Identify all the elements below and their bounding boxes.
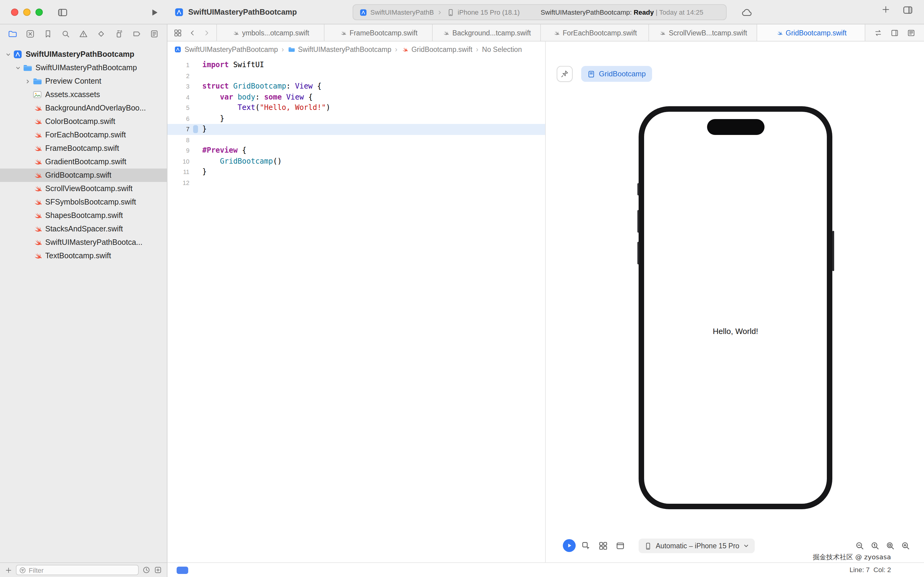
tree-item-gridbootcamp-swift[interactable]: GridBootcamp.swift [0,169,167,182]
tree-item-swiftuimasterypathbootca[interactable]: SwiftUIMasteryPathBootca... [0,236,167,249]
code-line-4[interactable]: 4 var body: some View { [168,92,545,103]
tree-item-backgroundandoverlayboo[interactable]: BackgroundAndOverlayBoo... [0,102,167,115]
editor-options-icon[interactable] [907,28,916,37]
tree-item-gradientbootcamp-swift[interactable]: GradientBootcamp.swift [0,155,167,169]
navigator-reports-button[interactable] [150,29,159,38]
close-window-button[interactable] [11,8,18,16]
line-number[interactable]: 2 [168,71,189,81]
line-number[interactable]: 4 [168,92,189,103]
navigator-debug-button[interactable] [114,29,123,38]
preview-variants-icon[interactable] [581,541,591,551]
zoom-out-icon[interactable] [855,541,865,551]
tree-item-preview-content[interactable]: Preview Content [0,74,167,88]
code-line-2[interactable]: 2 [168,71,545,81]
breadcrumb-item-swiftuimasterypathbootcamp[interactable]: SwiftUIMasteryPathBootcamp [288,46,391,53]
add-item-icon[interactable] [5,566,12,574]
navigator-project-navigator-button[interactable] [8,29,17,38]
tree-item-scrollviewbootcamp-swift[interactable]: ScrollViewBootcamp.swift [0,182,167,195]
tree-item-foreachbootcamp-swift[interactable]: ForEachBootcamp.swift [0,128,167,142]
tree-item-assets-xcassets[interactable]: Assets.xcassets [0,88,167,102]
recents-clock-icon[interactable] [142,566,150,574]
filter-input[interactable] [29,566,136,574]
device-settings-icon[interactable] [615,541,625,551]
zoom-fit-icon[interactable] [885,541,895,551]
line-number[interactable]: 3 [168,81,189,92]
back-icon[interactable] [189,29,196,36]
code-review-icon[interactable] [874,28,882,37]
navigator-issues-button[interactable] [79,29,88,38]
run-button[interactable] [147,5,162,19]
disclosure-down-icon[interactable] [4,50,12,59]
tab-foreachbootcamp-swift[interactable]: ForEachBootcamp.swift [541,24,649,41]
tree-item-colorbootcamp-swift[interactable]: ColorBootcamp.swift [0,115,167,128]
zoom-actual-icon[interactable] [870,541,880,551]
swift-file-icon [32,197,42,207]
minimize-window-button[interactable] [23,8,31,16]
tab-gridbootcamp-swift[interactable]: GridBootcamp.swift [757,24,865,41]
line-number[interactable]: 10 [168,156,189,167]
editors-grid-icon[interactable] [174,28,182,37]
code-line-8[interactable]: 8 [168,135,545,145]
line-number[interactable]: 9 [168,145,189,156]
breadcrumb-item-no-selection[interactable]: No Selection [482,46,522,53]
line-number[interactable]: 1 [168,60,189,71]
navigator-breakpoints-button[interactable] [132,29,141,38]
zoom-in-icon[interactable] [901,541,911,551]
add-filter-icon[interactable] [154,566,162,574]
chevron-right-icon [437,10,443,15]
minimap-icon[interactable] [890,28,899,37]
breadcrumb-item-gridbootcamp-swift[interactable]: GridBootcamp.swift [401,46,472,53]
tree-item-framebootcamp-swift[interactable]: FrameBootcamp.swift [0,142,167,155]
tree-item-swiftuimasterypathbootcamp[interactable]: SwiftUIMasteryPathBootcamp [0,48,167,61]
code-line-10[interactable]: 10 GridBootcamp() [168,156,545,167]
tree-item-shapesbootcamp-swift[interactable]: ShapesBootcamp.swift [0,209,167,222]
line-number[interactable]: 8 [168,135,189,145]
navigator-tests-button[interactable] [97,29,106,38]
line-number[interactable]: 7 [168,124,189,135]
line-number[interactable]: 11 [168,167,189,177]
code-line-12[interactable]: 12 [168,177,545,188]
tree-item-swiftuimasterypathbootcamp[interactable]: SwiftUIMasteryPathBootcamp [0,61,167,74]
fullscreen-window-button[interactable] [36,8,43,16]
preview-tab[interactable]: GridBootcamp [581,66,652,82]
tab-ymbols-otcamp-swift[interactable]: ymbols...otcamp.swift [216,24,325,41]
preview-grid-icon[interactable] [598,541,608,551]
tree-item-sfsymbolsbootcamp-swift[interactable]: SFSymbolsBootcamp.swift [0,195,167,209]
pin-preview-button[interactable] [557,66,573,82]
navigator-find-button[interactable] [61,29,70,38]
scheme-selector[interactable]: SwiftUIMasteryPathB [359,8,443,16]
code-line-3[interactable]: 3struct GridBootcamp: View { [168,81,545,92]
disclosure-down-icon[interactable] [13,63,22,72]
live-preview-button[interactable] [563,539,576,552]
cloud-sync-button[interactable] [740,5,754,19]
device-screen[interactable]: Hello, World! [644,112,827,504]
add-tab-icon[interactable] [881,5,890,14]
inspector-toggle-icon[interactable] [903,5,913,15]
forward-icon[interactable] [203,29,210,36]
navigator-bookmarks-button[interactable] [44,29,53,38]
code-line-9[interactable]: 9#Preview { [168,145,545,156]
code-line-11[interactable]: 11} [168,167,545,177]
line-number[interactable]: 6 [168,113,189,124]
line-number[interactable]: 12 [168,177,189,188]
code-line-6[interactable]: 6 } [168,113,545,124]
toggle-navigator-button[interactable] [55,5,69,19]
filter-field[interactable] [16,565,139,575]
line-number[interactable]: 5 [168,103,189,113]
tree-item-textbootcamp-swift[interactable]: TextBootcamp.swift [0,249,167,263]
tab-background-tcamp-swift[interactable]: Background...tcamp.swift [433,24,541,41]
breakpoints-pill-icon[interactable] [177,567,188,574]
disclosure-right-icon[interactable] [23,77,32,85]
tab-framebootcamp-swift[interactable]: FrameBootcamp.swift [325,24,433,41]
destination-selector[interactable]: iPhone 15 Pro (18.1) [447,8,520,16]
code-line-7[interactable]: 7} [168,124,545,135]
breadcrumb-item-swiftuimasterypathbootcamp[interactable]: SwiftUIMasteryPathBootcamp [174,46,278,53]
code-line-5[interactable]: 5 Text("Hello, World!") [168,103,545,113]
navigator-source-control-button[interactable] [26,29,35,38]
code-editor[interactable]: 1import SwiftUI23struct GridBootcamp: Vi… [168,57,545,562]
tree-item-stacksandspacer-swift[interactable]: StacksAndSpacer.swift [0,222,167,236]
code-line-1[interactable]: 1import SwiftUI [168,60,545,71]
tree-item-label: ColorBootcamp.swift [45,117,115,126]
device-selector[interactable]: Automatic – iPhone 15 Pro [639,538,755,553]
tab-scrollviewb-tcamp-swift[interactable]: ScrollViewB...tcamp.swift [649,24,757,41]
